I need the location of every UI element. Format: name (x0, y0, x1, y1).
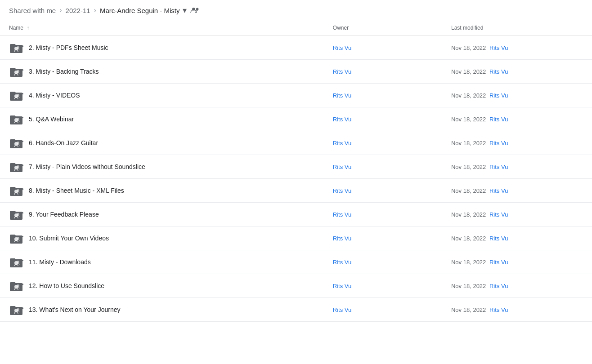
cell-name: 11. Misty - Downloads (0, 250, 326, 274)
cell-name: 12. How to Use Soundslice (0, 274, 326, 298)
cell-modified: Nov 18, 2022 Rits Vu (444, 203, 592, 226)
table-row[interactable]: 13. What's Next on Your Journey Rits Vu … (0, 298, 592, 322)
folder-icon (9, 255, 23, 269)
header-name[interactable]: Name ↑ (0, 20, 326, 36)
breadcrumb-sep-1: › (59, 6, 62, 14)
folder-icon (9, 88, 23, 102)
dropdown-icon[interactable]: ▾ (183, 5, 187, 15)
breadcrumb-shared[interactable]: Shared with me (9, 7, 56, 14)
table-row[interactable]: 12. How to Use Soundslice Rits Vu Nov 18… (0, 274, 592, 298)
cell-modified: Nov 18, 2022 Rits Vu (444, 107, 592, 131)
svg-point-31 (17, 261, 19, 263)
cell-owner[interactable]: Rits Vu (326, 84, 444, 107)
cell-owner[interactable]: Rits Vu (326, 250, 444, 274)
cell-name: 10. Submit Your Own Videos (0, 226, 326, 250)
table-row[interactable]: 8. Misty - Sheet Music - XML Files Rits … (0, 179, 592, 203)
cell-modified: Nov 18, 2022 Rits Vu (444, 226, 592, 250)
cell-name: 13. What's Next on Your Journey (0, 298, 326, 322)
table-row[interactable]: 9. Your Feedback Please Rits Vu Nov 18, … (0, 203, 592, 226)
cell-modified: Nov 18, 2022 Rits Vu (444, 84, 592, 107)
folder-icon (9, 112, 23, 126)
svg-point-28 (17, 237, 19, 240)
cell-name: 6. Hands-On Jazz Guitar (0, 131, 326, 155)
cell-name: 4. Misty - VIDEOS (0, 84, 326, 107)
cell-modified: Nov 18, 2022 Rits Vu (444, 131, 592, 155)
file-name: 4. Misty - VIDEOS (29, 92, 80, 99)
svg-point-1 (196, 8, 198, 10)
file-name: 2. Misty - PDFs Sheet Music (29, 44, 108, 51)
cell-owner[interactable]: Rits Vu (326, 179, 444, 203)
file-name: 7. Misty - Plain Videos without Soundsli… (29, 163, 145, 170)
file-name: 9. Your Feedback Please (29, 211, 99, 218)
cell-owner[interactable]: Rits Vu (326, 131, 444, 155)
header-owner[interactable]: Owner (326, 20, 444, 36)
folder-icon (9, 231, 23, 245)
sort-arrow: ↑ (27, 25, 29, 31)
cell-modified: Nov 18, 2022 Rits Vu (444, 36, 592, 60)
cell-modified: Nov 18, 2022 Rits Vu (444, 298, 592, 322)
cell-owner[interactable]: Rits Vu (326, 155, 444, 179)
breadcrumb-folder2-label[interactable]: Marc-Andre Seguin - Misty (100, 7, 180, 14)
file-table: Name ↑ Owner Last modified 2. Misty - PD… (0, 20, 592, 322)
folder-icon (9, 302, 23, 317)
cell-owner[interactable]: Rits Vu (326, 226, 444, 250)
breadcrumb-folder1[interactable]: 2022-11 (66, 7, 90, 14)
svg-point-13 (17, 118, 19, 120)
folder-icon (9, 160, 23, 174)
cell-modified: Nov 18, 2022 Rits Vu (444, 60, 592, 84)
table-row[interactable]: 6. Hands-On Jazz Guitar Rits Vu Nov 18, … (0, 131, 592, 155)
svg-point-37 (17, 308, 19, 311)
cell-modified: Nov 18, 2022 Rits Vu (444, 274, 592, 298)
people-icon[interactable] (190, 6, 200, 15)
table-row[interactable]: 10. Submit Your Own Videos Rits Vu Nov 1… (0, 226, 592, 250)
table-header-row: Name ↑ Owner Last modified (0, 20, 592, 36)
cell-owner[interactable]: Rits Vu (326, 298, 444, 322)
folder-icon (9, 183, 23, 198)
cell-name: 7. Misty - Plain Videos without Soundsli… (0, 155, 326, 179)
cell-name: 9. Your Feedback Please (0, 203, 326, 226)
cell-owner[interactable]: Rits Vu (326, 107, 444, 131)
cell-owner[interactable]: Rits Vu (326, 60, 444, 84)
cell-modified: Nov 18, 2022 Rits Vu (444, 179, 592, 203)
breadcrumb-sep-2: › (94, 6, 96, 14)
file-name: 12. How to Use Soundslice (29, 282, 104, 289)
table-row[interactable]: 5. Q&A Webinar Rits Vu Nov 18, 2022 Rits… (0, 107, 592, 131)
folder-icon (9, 207, 23, 222)
cell-name: 8. Misty - Sheet Music - XML Files (0, 179, 326, 203)
svg-point-25 (17, 213, 19, 216)
svg-point-10 (17, 94, 19, 97)
cell-name: 5. Q&A Webinar (0, 107, 326, 131)
svg-point-19 (17, 165, 19, 168)
cell-modified: Nov 18, 2022 Rits Vu (444, 250, 592, 274)
file-name: 11. Misty - Downloads (29, 258, 91, 266)
file-name: 10. Submit Your Own Videos (29, 235, 109, 242)
file-name: 8. Misty - Sheet Music - XML Files (29, 187, 124, 194)
svg-point-4 (17, 46, 19, 49)
cell-owner[interactable]: Rits Vu (326, 274, 444, 298)
file-name: 3. Misty - Backing Tracks (29, 68, 99, 75)
svg-point-16 (17, 142, 19, 144)
cell-owner[interactable]: Rits Vu (326, 36, 444, 60)
folder-icon (9, 279, 23, 293)
cell-name: 3. Misty - Backing Tracks (0, 60, 326, 84)
svg-point-22 (17, 189, 19, 192)
cell-name: 2. Misty - PDFs Sheet Music (0, 36, 326, 60)
table-row[interactable]: 4. Misty - VIDEOS Rits Vu Nov 18, 2022 R… (0, 84, 592, 107)
folder-icon (9, 136, 23, 150)
breadcrumb: Shared with me › 2022-11 › Marc-Andre Se… (0, 0, 592, 20)
cell-modified: Nov 18, 2022 Rits Vu (444, 155, 592, 179)
table-row[interactable]: 2. Misty - PDFs Sheet Music Rits Vu Nov … (0, 36, 592, 60)
table-row[interactable]: 7. Misty - Plain Videos without Soundsli… (0, 155, 592, 179)
svg-point-34 (17, 284, 19, 287)
svg-point-7 (17, 70, 19, 73)
folder-icon (9, 40, 23, 55)
file-name: 13. What's Next on Your Journey (29, 306, 120, 313)
table-row[interactable]: 3. Misty - Backing Tracks Rits Vu Nov 18… (0, 60, 592, 84)
breadcrumb-current-folder: Marc-Andre Seguin - Misty ▾ (100, 5, 187, 15)
folder-icon (9, 64, 23, 79)
file-name: 5. Q&A Webinar (29, 115, 74, 123)
table-row[interactable]: 11. Misty - Downloads Rits Vu Nov 18, 20… (0, 250, 592, 274)
cell-owner[interactable]: Rits Vu (326, 203, 444, 226)
file-name: 6. Hands-On Jazz Guitar (29, 139, 98, 146)
header-last-modified[interactable]: Last modified (444, 20, 592, 36)
